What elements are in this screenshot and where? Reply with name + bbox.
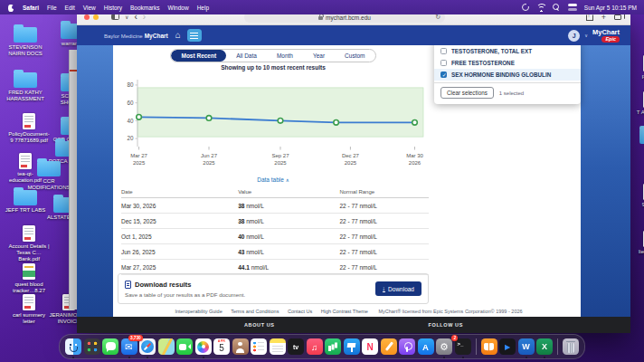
dock-item-podcasts[interactable]	[399, 338, 415, 355]
notes-icon	[270, 338, 286, 355]
dock-item-appstore[interactable]	[418, 338, 434, 355]
dock-item-tv[interactable]: tv	[288, 338, 304, 355]
avatar[interactable]: J	[568, 30, 580, 42]
date-range-tab[interactable]: All Data	[226, 50, 267, 62]
filter-option-row[interactable]: SEX HORMONE BINDING GLOBULIN	[434, 69, 581, 81]
dock-item-keynote[interactable]	[344, 338, 360, 355]
dock-item-mail[interactable]: 3,730	[121, 338, 137, 355]
results-subtitle: Showing up to 10 most recent results	[118, 64, 429, 71]
menu-clock[interactable]: Sun Apr 5 10:15 PM	[584, 5, 637, 11]
dock-item-reminders[interactable]	[251, 338, 267, 355]
file-icon	[23, 294, 35, 310]
dock-item-contacts[interactable]	[232, 338, 249, 355]
chevron-down-icon[interactable]: ∨	[125, 14, 128, 20]
dock-item-launchpad[interactable]	[84, 338, 100, 355]
result-range: 22 - 77 nmol/L	[339, 233, 429, 240]
download-icon: ↓	[383, 285, 386, 292]
sidebar-icon[interactable]	[111, 14, 119, 20]
dock-item-numbers[interactable]	[325, 338, 341, 355]
home-icon[interactable]: ⌂	[175, 31, 181, 40]
date-range-tab[interactable]: Month	[267, 50, 303, 62]
table-row[interactable]: Jun 26, 2025 43 nmol/L 22 - 77 nmol/L	[121, 244, 429, 260]
share-icon[interactable]	[586, 14, 593, 21]
apple-menu-icon[interactable]	[7, 4, 14, 12]
footer-link[interactable]: High Contrast Theme	[321, 309, 368, 314]
dock-item-trash[interactable]	[563, 338, 579, 355]
dock-item-playapp[interactable]	[499, 338, 516, 355]
dock-item-facetime[interactable]	[176, 338, 193, 355]
close-window-button[interactable]	[84, 14, 90, 20]
table-row[interactable]: Oct 1, 2025 40 nmol/L 22 - 77 nmol/L	[121, 229, 429, 244]
date-range-tab[interactable]: Most Recent	[171, 50, 226, 62]
file-icon	[639, 129, 644, 144]
footer-link[interactable]: Terms and Conditions	[231, 309, 279, 314]
desktop-icon[interactable]: carl summery letter	[7, 291, 51, 325]
dock-item-messages[interactable]	[102, 338, 118, 355]
site-dark-footer: ABOUT US FOLLOW US	[77, 317, 630, 333]
menu-item[interactable]: View	[83, 5, 96, 11]
minimize-window-button[interactable]	[93, 14, 99, 20]
dock-item-safari[interactable]	[139, 338, 156, 355]
menu-item[interactable]: Edit	[65, 5, 75, 11]
dock-item-photos[interactable]	[195, 338, 212, 355]
dock-item-maps[interactable]	[158, 338, 175, 355]
checkbox-icon[interactable]	[440, 71, 447, 78]
control-center-icon[interactable]	[568, 4, 577, 11]
dock-item-music[interactable]	[307, 338, 323, 355]
data-table-toggle[interactable]: Data table ∧	[118, 176, 429, 183]
file-icon	[37, 161, 61, 176]
chart-point[interactable]	[137, 115, 142, 120]
date-range-tab[interactable]: Year	[303, 50, 335, 62]
menu-item[interactable]: Window	[168, 5, 189, 11]
wifi-icon[interactable]	[536, 4, 545, 11]
chart-point[interactable]	[206, 116, 212, 121]
menu-item[interactable]: History	[104, 5, 122, 11]
date-range-tab[interactable]: Custom	[335, 50, 374, 62]
chart-point[interactable]	[412, 120, 418, 126]
dock-item-excel[interactable]	[536, 338, 553, 355]
spotlight-icon[interactable]	[553, 4, 561, 12]
menu-bar: Safari File Edit View History Bookmarks …	[0, 0, 644, 14]
checkbox-icon[interactable]	[440, 60, 447, 66]
footer-link[interactable]: Contact Us	[288, 309, 312, 314]
menu-app-name[interactable]: Safari	[23, 5, 39, 11]
chart-point[interactable]	[278, 119, 283, 124]
dock-item-books[interactable]	[481, 338, 497, 355]
dock-item-news[interactable]	[362, 338, 378, 355]
chart-point[interactable]	[334, 120, 339, 126]
x-tick-label: 2025	[133, 160, 146, 166]
menu-hamburger-icon[interactable]	[187, 29, 202, 42]
desktop-icon[interactable]: PolicyDocument-9 77871689.pdf	[7, 110, 51, 144]
desktop-icon[interactable]: Account Details | Texas C…Bank.pdf	[7, 223, 51, 262]
dock-item-pages[interactable]	[381, 338, 397, 355]
menu-item[interactable]: Bookmarks	[130, 5, 160, 11]
filter-option-row[interactable]: TESTOSTERONE, TOTAL EXT	[434, 45, 581, 57]
dock-item-word[interactable]	[518, 338, 535, 355]
tab-overview-icon[interactable]	[614, 14, 621, 21]
desktop-icon[interactable]: JEFF TRT LABS	[4, 186, 47, 214]
table-row[interactable]: Mar 30, 2026 38 nmol/L 22 - 77 nmol/L	[121, 198, 429, 214]
clear-selections-button[interactable]: Clear selections	[440, 87, 494, 99]
status-rotate-icon[interactable]	[522, 4, 529, 11]
dock-item-finder[interactable]	[65, 338, 81, 355]
table-row[interactable]: Dec 15, 2025 38 nmol/L 22 - 77 nmol/L	[121, 214, 429, 229]
filter-option-row[interactable]: FREE TESTOSTERONE	[434, 57, 581, 69]
dock-item-terminal[interactable]: >_	[455, 338, 471, 355]
dock-item-calendar[interactable]: APR 5	[213, 338, 230, 355]
footer-link[interactable]: Interoperability Guide	[175, 309, 222, 314]
download-button[interactable]: ↓ Download	[375, 281, 421, 296]
menu-item[interactable]: File	[47, 5, 56, 11]
mail-unread-badge: 3,730	[128, 335, 143, 341]
mychart-header: Baylor MedicineMyChart ⌂ J ∨ MyChart Epi…	[77, 25, 630, 45]
macos-desktop: { "menubar": { "app_name": "Safari", "it…	[0, 0, 644, 362]
desktop-icon[interactable]: STEVENSON NAIRN DOCS	[4, 24, 47, 57]
dock-item-settings[interactable]: 2	[436, 338, 452, 355]
menu-item[interactable]: Help	[197, 5, 209, 11]
component-filter-panel: TESTOSTERONE, TOTAL EXT FREE TESTOSTERON…	[434, 40, 581, 104]
dock-item-notes[interactable]	[270, 338, 286, 355]
desktop-icon[interactable]: OL T	[630, 125, 644, 152]
checkbox-icon[interactable]	[440, 48, 447, 54]
results-line-chart: 80604020Mar 272025Jun 272025Sep 272025De…	[118, 77, 429, 173]
desktop-icon[interactable]: FRED KATHY HARASSMENT	[4, 69, 47, 102]
apple-tv-icon: tv	[288, 338, 304, 355]
